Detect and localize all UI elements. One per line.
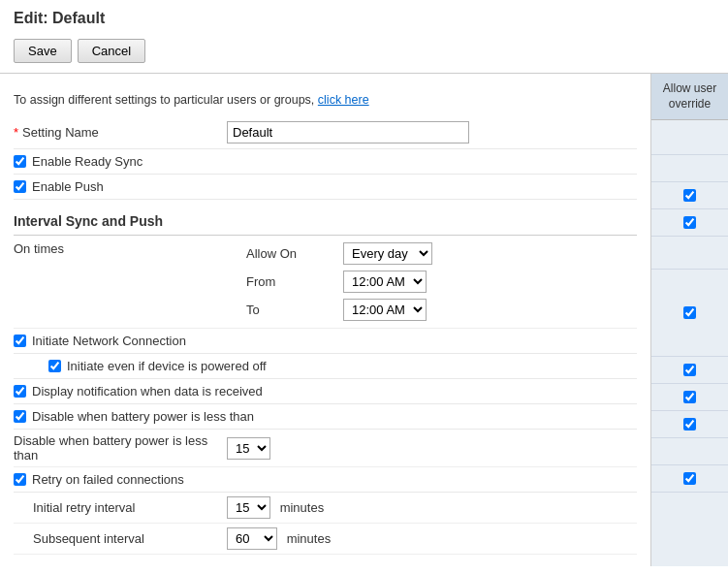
initial-retry-row: Initial retry interval 5 10 15 30 60 min… (14, 493, 637, 524)
retry-label: Retry on failed connections (32, 472, 184, 487)
disable-battery-checkbox[interactable] (14, 410, 26, 423)
setting-name-label: *Setting Name (14, 125, 227, 140)
save-button[interactable]: Save (14, 39, 72, 63)
allow-override-header: Allow user override (651, 74, 728, 120)
enable-ready-sync-label: Enable Ready Sync (32, 154, 142, 169)
setting-name-input[interactable] (227, 121, 469, 144)
to-select[interactable]: 12:00 AM 1:00 AM 6:00 AM 12:00 PM (343, 299, 427, 321)
ov-enable-ready-sync-checkbox[interactable] (683, 189, 696, 202)
initiate-network-label: Initiate Network Connection (32, 334, 186, 348)
ov-enable-push (651, 209, 728, 237)
initial-minutes-label: minutes (280, 500, 325, 515)
click-here-link[interactable]: click here (318, 93, 369, 107)
allow-override-column: Allow user override (650, 74, 728, 566)
ov-section-spacer (651, 237, 728, 270)
disable-battery-value-label: Disable when battery power is less than (14, 433, 227, 462)
allow-on-sub: Allow On Every day Weekdays Weekends Cus… (227, 239, 637, 268)
subsequent-label: Subsequent interval (14, 531, 227, 546)
on-times-content: Allow On Every day Weekdays Weekends Cus… (227, 239, 637, 324)
subsequent-row: Subsequent interval 15 30 60 120 minutes (14, 524, 637, 555)
retry-row: Retry on failed connections (14, 467, 637, 493)
battery-select[interactable]: 5 10 15 20 25 30 (227, 437, 270, 460)
ov-display-notification (651, 411, 728, 438)
enable-push-label: Enable Push (32, 179, 104, 194)
toolbar: Save Cancel (0, 33, 728, 74)
ov-display-notification-checkbox[interactable] (683, 418, 696, 430)
battery-select-wrapper: 5 10 15 20 25 30 (227, 437, 270, 460)
setting-name-text: Setting Name (22, 125, 99, 140)
initiate-network-row: Initiate Network Connection (14, 329, 637, 354)
interval-section-header: Interval Sync and Push (14, 204, 637, 236)
subsequent-minutes-label: minutes (287, 531, 332, 546)
allow-on-label: Allow On (227, 246, 343, 261)
allow-on-select[interactable]: Every day Weekdays Weekends Custom (343, 242, 432, 265)
main-layout: To assign different settings to particul… (0, 74, 728, 566)
enable-ready-sync-row: Enable Ready Sync (14, 149, 637, 175)
disable-battery-label: Disable when battery power is less than (32, 409, 254, 424)
content-area: To assign different settings to particul… (0, 74, 650, 566)
ov-on-times-checkbox[interactable] (683, 306, 696, 319)
ov-disable-battery-value (651, 465, 728, 493)
cancel-button[interactable]: Cancel (78, 39, 145, 63)
initiate-even-if-row: Initiate even if device is powered off (14, 354, 637, 379)
on-times-label: On times (14, 239, 227, 256)
initial-retry-wrapper: 5 10 15 30 60 minutes (227, 496, 324, 519)
initial-retry-label: Initial retry interval (14, 500, 227, 515)
ov-initiate-even-if-checkbox[interactable] (683, 391, 696, 403)
ov-enable-push-checkbox[interactable] (683, 216, 696, 229)
ov-initiate-even-if (651, 384, 728, 411)
enable-push-row: Enable Push (14, 175, 637, 200)
enable-ready-sync-checkbox[interactable] (14, 155, 26, 168)
ov-initiate-network (651, 357, 728, 384)
from-label: From (227, 274, 343, 289)
to-label: To (227, 303, 343, 317)
initial-retry-select[interactable]: 5 10 15 30 60 (227, 496, 270, 519)
from-sub: From 12:00 AM 1:00 AM 6:00 AM 12:00 PM (227, 268, 637, 296)
ov-info-spacer (651, 120, 728, 155)
display-notification-label: Display notification when data is receiv… (32, 384, 263, 399)
ov-disable-battery-check (651, 438, 728, 465)
ov-initiate-network-checkbox[interactable] (683, 364, 696, 376)
disable-battery-value-row: Disable when battery power is less than … (14, 430, 637, 467)
to-sub: To 12:00 AM 1:00 AM 6:00 AM 12:00 PM (227, 296, 637, 324)
ov-disable-battery-checkbox[interactable] (683, 472, 696, 485)
from-select[interactable]: 12:00 AM 1:00 AM 6:00 AM 12:00 PM (343, 271, 427, 293)
required-indicator: * (14, 125, 18, 140)
subsequent-wrapper: 15 30 60 120 minutes (227, 527, 331, 550)
ov-setting-name (651, 155, 728, 182)
ov-on-times (651, 270, 728, 357)
info-row: To assign different settings to particul… (14, 85, 637, 116)
display-notification-row: Display notification when data is receiv… (14, 379, 637, 404)
page-title: Edit: Default (0, 0, 728, 33)
setting-name-row: *Setting Name (14, 116, 637, 149)
initiate-even-if-label: Initiate even if device is powered off (67, 359, 267, 373)
subsequent-select[interactable]: 15 30 60 120 (227, 527, 277, 550)
disable-battery-row: Disable when battery power is less than (14, 404, 637, 430)
display-notification-checkbox[interactable] (14, 385, 26, 398)
on-times-row: On times Allow On Every day Weekdays Wee… (14, 236, 637, 329)
enable-push-checkbox[interactable] (14, 180, 26, 193)
setting-name-input-wrapper (227, 121, 637, 144)
info-text: To assign different settings to particul… (14, 93, 314, 107)
override-cells (651, 120, 728, 493)
retry-checkbox[interactable] (14, 473, 26, 486)
initiate-even-if-checkbox[interactable] (48, 360, 61, 372)
ov-enable-ready-sync (651, 182, 728, 209)
initiate-network-checkbox[interactable] (14, 335, 26, 347)
